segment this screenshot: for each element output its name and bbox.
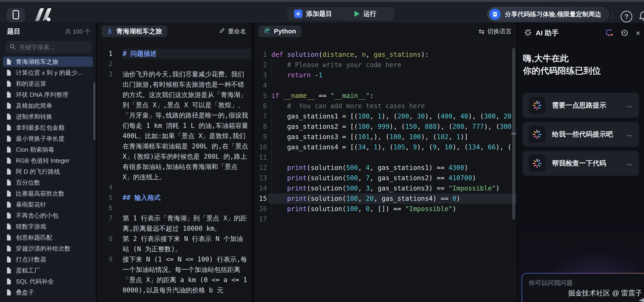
code-text: print(solution(500, 4, gas_stations1) ==… bbox=[268, 163, 517, 173]
search-box[interactable] bbox=[6, 41, 92, 53]
sidebar-scrollbar[interactable] bbox=[94, 82, 95, 140]
description-line[interactable]: 5## 输入格式 bbox=[97, 193, 251, 203]
help-icon[interactable]: ? bbox=[621, 11, 632, 23]
code-text: print(solution(100, 20, gas_stations4) =… bbox=[268, 194, 517, 204]
sidebar-item[interactable]: 环状 DNA 序列整理 bbox=[3, 90, 93, 100]
sidebar-item-label: 及格如此简单 bbox=[16, 102, 52, 110]
sidebar-item[interactable]: RGB 色值转 Integer bbox=[3, 155, 93, 166]
code-line[interactable]: 11 bbox=[254, 152, 517, 163]
code-editor-panel: Python ⇆ 切换语言 1def solution(distance, n,… bbox=[254, 23, 517, 302]
sidebar-item[interactable]: 猜数字游戏 bbox=[3, 221, 93, 232]
code-line[interactable]: 13 print(solution(500, 7, gas_stations2)… bbox=[254, 173, 517, 183]
sidebar-item[interactable]: 青海湖租车之旅 bbox=[3, 57, 93, 67]
code-line[interactable]: 16 print(solution(100, 0, []) == "Imposs… bbox=[254, 204, 517, 214]
sparkle-icon bbox=[524, 29, 532, 37]
sidebar-item[interactable]: 拿到最多红包金额 bbox=[3, 123, 93, 133]
topbar-divider bbox=[612, 12, 613, 20]
notification-bell-icon[interactable] bbox=[638, 10, 644, 23]
suggestion-card[interactable]: 帮我检查一下代码→ bbox=[522, 151, 639, 176]
search-input[interactable] bbox=[19, 44, 88, 51]
sidebar-item[interactable]: 叠盘子 bbox=[3, 287, 93, 297]
suggestion-card[interactable]: 给我一些代码提示吧→ bbox=[522, 122, 639, 147]
problem-tab-title: 青海湖租车之旅 bbox=[116, 27, 162, 36]
line-number: 7 bbox=[97, 213, 112, 234]
description-text: 接下来 N (1 <= N <= 100) 行表示,每一个加油站情况。每一个加油… bbox=[122, 254, 251, 295]
code-text: print(solution(500, 7, gas_stations2) ==… bbox=[268, 173, 517, 183]
sidebar-item-label: 和的逆运算 bbox=[16, 80, 46, 88]
switch-language-button[interactable]: ⇆ 切换语言 bbox=[479, 27, 512, 36]
sidebar-item-label: 环状 DNA 序列整理 bbox=[16, 91, 68, 99]
description-line[interactable]: 1# 问题描述 bbox=[97, 49, 251, 59]
description-line[interactable]: 2 bbox=[97, 59, 251, 69]
sidebar-item[interactable]: 打点计数器 bbox=[3, 254, 93, 265]
problem-count: 共 100 个 bbox=[65, 28, 90, 36]
code-line[interactable]: 9 gas_stations3 = [(101,), (100, 100), (… bbox=[254, 132, 517, 142]
code-line[interactable]: 3 return -1 bbox=[254, 70, 517, 80]
sidebar-item-label: 百分位数 bbox=[16, 179, 40, 187]
description-line[interactable]: 9接下来 N (1 <= N <= 100) 行表示,每一个加油站情况。每一个加… bbox=[97, 254, 251, 295]
send-icon[interactable] bbox=[638, 296, 644, 302]
sidebar-item[interactable]: 计算位置 x 到 y 的最少... bbox=[3, 68, 93, 78]
code-line[interactable]: 2 # Please write your code here bbox=[254, 60, 517, 70]
promo-banner[interactable]: 分享代码练习体验,领限量定制周边 bbox=[487, 7, 609, 22]
sidebar-item[interactable]: Cion 勒索病毒 bbox=[3, 144, 93, 155]
code-line[interactable]: 8 gas_stations2 = [(100, 999), (150, 888… bbox=[254, 122, 517, 132]
code-line[interactable]: 17 bbox=[254, 214, 517, 224]
suggestion-card[interactable]: 需要一点思路提示→ bbox=[522, 93, 639, 118]
code-editor[interactable]: 1def solution(distance, n, gas_stations)… bbox=[254, 50, 517, 302]
code-line[interactable]: 1def solution(distance, n, gas_stations)… bbox=[254, 50, 517, 60]
sidebar-item[interactable]: 百分位数 bbox=[3, 177, 93, 188]
promo-label: 分享代码练习体验,领限量定制周边 bbox=[505, 10, 601, 19]
code-line[interactable]: 5if __name__ == "__main__": bbox=[254, 91, 517, 101]
description-line[interactable]: 4 bbox=[97, 182, 251, 193]
sidebar-item[interactable]: 比赛最高获胜次数 bbox=[3, 188, 93, 199]
sidebar-item[interactable]: 创意标题匹配 bbox=[3, 232, 93, 243]
description-line[interactable]: 3油价飞升的今天,我们尽量减少花费。我们出门旅游,有时候租车去旅游也是一种不错的… bbox=[97, 69, 251, 182]
language-tab[interactable]: Python bbox=[258, 26, 301, 37]
sidebar-item-label: SQL 代码补全 bbox=[16, 277, 54, 286]
app-logo[interactable] bbox=[33, 8, 56, 23]
code-text: def solution(distance, n, gas_stations): bbox=[268, 50, 517, 60]
code-line[interactable]: 4 bbox=[254, 80, 517, 91]
run-button[interactable]: 运行 bbox=[337, 7, 394, 21]
sidebar-item-label: Cion 勒索病毒 bbox=[16, 146, 54, 154]
close-icon[interactable]: × bbox=[636, 29, 640, 37]
code-line[interactable]: 10 gas_stations4 = [(34, 1), (105, 9), (… bbox=[254, 142, 517, 152]
sidebar-item[interactable]: 不再贪心的小包 bbox=[3, 210, 93, 221]
line-number: 9 bbox=[254, 132, 267, 142]
sidebar-item-label: 计算位置 x 到 y 的最少... bbox=[16, 69, 82, 77]
sidebar-item[interactable]: 穿越沙漠的补给次数 bbox=[3, 243, 93, 254]
sidebar-item[interactable]: 蛋糕工厂 bbox=[3, 265, 93, 275]
code-line[interactable]: 6 # You can add more test cases here bbox=[254, 101, 517, 111]
sidebar-toggle-button[interactable] bbox=[7, 9, 25, 22]
sidebar-item[interactable]: 阿 D 的飞行路线 bbox=[3, 166, 93, 177]
sidebar-item[interactable]: 及格如此简单 bbox=[3, 101, 93, 111]
description-line[interactable]: 8第 2 行表示接下来 N 行表示 N 个加油站 (N 为正整数)。 bbox=[97, 234, 251, 254]
plus-icon: + bbox=[294, 10, 302, 18]
sidebar-item-label: 打点计数器 bbox=[16, 255, 46, 264]
code-line[interactable]: 14 print(solution(500, 3, gas_stations3)… bbox=[254, 183, 517, 194]
sidebar-item-label: 进制求和转换 bbox=[16, 113, 52, 121]
ai-greeting-line1: 嗨,大牛在此 bbox=[523, 52, 601, 65]
code-line[interactable]: 7 gas_stations1 = [(100, 1), (200, 30), … bbox=[254, 111, 517, 122]
sidebar-title: 题目 bbox=[7, 27, 20, 36]
sidebar-item[interactable]: 暴雨梨花针 bbox=[3, 199, 93, 210]
code-text bbox=[268, 80, 517, 91]
sidebar-item[interactable]: 进制求和转换 bbox=[3, 112, 93, 122]
description-line[interactable]: 7第 1 行表示「青海湖」到「景点 X」的距离,距离最远不超过 10000 km… bbox=[97, 213, 251, 234]
code-text: print(solution(500, 3, gas_stations3) ==… bbox=[268, 183, 517, 194]
description-editor[interactable]: 1# 问题描述23油价飞升的今天,我们尽量减少花费。我们出门旅游,有时候租车去旅… bbox=[97, 49, 251, 302]
history-icon[interactable] bbox=[621, 29, 628, 37]
problem-tab[interactable]: 青海湖租车之旅 bbox=[101, 26, 167, 37]
ai-input-box[interactable]: 掘金技术社区 @ 雷震子 bbox=[522, 273, 644, 302]
code-line[interactable]: 15 print(solution(100, 20, gas_stations4… bbox=[254, 194, 517, 204]
sidebar-item[interactable]: 最小替换子串长度 bbox=[3, 133, 93, 144]
sidebar-item-label: 青海湖租车之旅 bbox=[16, 58, 58, 66]
new-chat-icon[interactable] bbox=[605, 29, 614, 37]
rename-button[interactable]: 重命名 bbox=[219, 27, 246, 36]
description-line[interactable]: 6 bbox=[97, 203, 251, 213]
code-line[interactable]: 12 print(solution(500, 4, gas_stations1)… bbox=[254, 163, 517, 173]
sidebar-item[interactable]: 和的逆运算 bbox=[3, 79, 93, 89]
add-problem-button[interactable]: + 添加题目 bbox=[288, 7, 338, 21]
sidebar-item[interactable]: SQL 代码补全 bbox=[3, 276, 93, 286]
